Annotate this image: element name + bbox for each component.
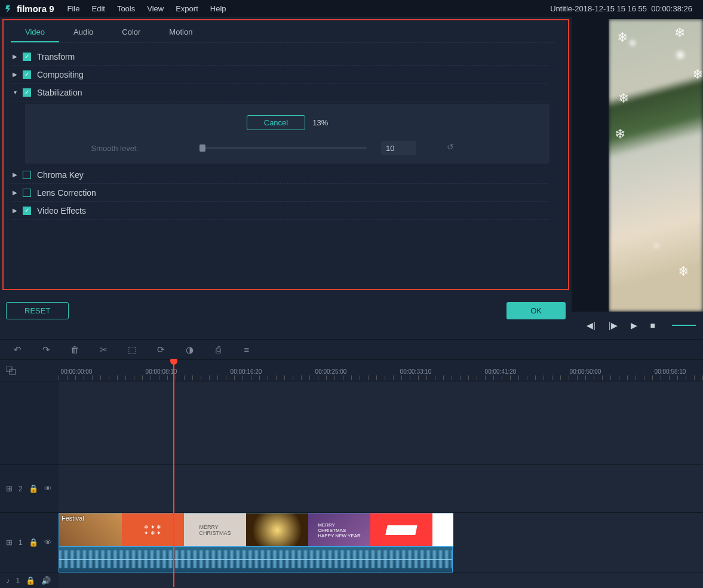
smooth-slider[interactable]	[199, 147, 367, 149]
stop-icon[interactable]: ■	[650, 321, 655, 330]
menu-edit[interactable]: Edit	[85, 4, 110, 13]
track-body[interactable]	[59, 381, 703, 464]
section-stabilization[interactable]: ▾ ✓ Stabilization	[11, 84, 548, 101]
sections: ▶ ✓ Transform ▶ ✓ Compositing ▾ ✓ Stabil…	[11, 48, 550, 220]
project-title: Untitle-2018-12-15 15 16 55 00:00:38:26	[550, 4, 692, 13]
section-compositing[interactable]: ▶ ✓ Compositing	[11, 66, 548, 84]
crop-icon[interactable]: ⬚	[127, 344, 137, 355]
track-head-v1: ⊞ 1 🔒 👁	[0, 538, 59, 547]
checkbox-chroma[interactable]	[23, 171, 31, 179]
next-frame-icon[interactable]: |▶	[609, 321, 618, 330]
track-head-v2: ⊞ 2 🔒 👁	[0, 465, 59, 512]
speaker-icon[interactable]: 🔊	[41, 576, 51, 585]
adjust-icon[interactable]: ≡	[241, 344, 252, 355]
section-transform[interactable]: ▶ ✓ Transform	[11, 48, 548, 66]
chevron-right-icon[interactable]: ▶	[11, 189, 19, 196]
snowflake-icon: ❄	[615, 127, 625, 142]
ruler-ticks	[59, 375, 703, 380]
slider-thumb[interactable]	[199, 144, 205, 152]
chevron-right-icon[interactable]: ▶	[11, 207, 19, 214]
property-tabs: Video Audio Color Motion	[11, 23, 554, 43]
panel-buttons: RESET OK	[2, 290, 569, 319]
section-label: Stabilization	[37, 88, 82, 97]
tab-audio[interactable]: Audio	[59, 23, 108, 42]
track-number: 1	[16, 577, 20, 585]
chevron-right-icon[interactable]: ▶	[11, 171, 19, 178]
progress-text: 13%	[312, 118, 328, 127]
prev-frame-icon[interactable]: ◀|	[587, 321, 595, 330]
section-lens-correction[interactable]: ▶ Lens Correction	[11, 184, 548, 202]
eye-icon[interactable]: 👁	[44, 538, 52, 547]
tab-video[interactable]: Video	[11, 23, 59, 42]
audio-waveform[interactable]	[59, 546, 453, 572]
lock-icon[interactable]: 🔒	[26, 576, 35, 585]
video-track-icon: ⊞	[6, 538, 13, 547]
brand-text: filmora 9	[17, 4, 54, 14]
track-body[interactable]: Festival ❄ ✦ ❄✦ ❄ ✦ MERRYCHRISTMAS MERRY…	[59, 513, 703, 572]
reset-button[interactable]: RESET	[6, 302, 69, 319]
volume-slider[interactable]	[672, 325, 696, 326]
ok-button[interactable]: OK	[506, 302, 566, 319]
ruler-row: 00:00:00:00 00:00:08:10 00:00:16:20 00:0…	[0, 359, 703, 381]
section-video-effects[interactable]: ▶ ✓ Video Effects	[11, 202, 548, 220]
menubar: filmora 9 File Edit Tools View Export He…	[0, 0, 703, 17]
ruler-label: 00:00:58:10	[655, 368, 686, 375]
clip-label: Festival	[62, 515, 84, 522]
play-icon[interactable]: ▶	[631, 321, 637, 330]
section-label: Transform	[37, 52, 75, 61]
ruler-label: 00:00:25:00	[315, 368, 347, 375]
undo-icon[interactable]: ↶	[12, 344, 23, 355]
eye-icon[interactable]: 👁	[44, 484, 52, 493]
video-clip[interactable]: Festival ❄ ✦ ❄✦ ❄ ✦ MERRYCHRISTMAS MERRY…	[59, 513, 453, 546]
reset-icon[interactable]: ↺	[447, 142, 459, 154]
menu-file[interactable]: File	[62, 4, 86, 13]
preview-viewport[interactable]: ❄ ❄ ❄ ❄ ❄ ❄	[609, 19, 703, 312]
preview-controls: ◀| |▶ ▶ ■	[572, 312, 703, 339]
snowflake-icon: ❄	[617, 30, 628, 45]
smooth-value-input[interactable]	[381, 141, 416, 155]
speed-icon[interactable]: ⟳	[155, 344, 166, 355]
properties-panel: Video Audio Color Motion ▶ ✓ Transform ▶…	[0, 17, 572, 339]
audio-track-icon: ♪	[6, 576, 10, 585]
delete-icon[interactable]: 🗑	[69, 344, 80, 355]
checkbox-transform[interactable]: ✓	[23, 53, 31, 61]
chevron-right-icon[interactable]: ▶	[11, 71, 19, 78]
ruler-label: 00:00:16:20	[231, 368, 262, 375]
menu-export[interactable]: Export	[170, 4, 204, 13]
tab-color[interactable]: Color	[108, 23, 155, 42]
checkbox-stabilization[interactable]: ✓	[23, 88, 31, 97]
cancel-button[interactable]: Cancel	[247, 115, 305, 130]
section-chroma-key[interactable]: ▶ Chroma Key	[11, 166, 548, 184]
track-manager-icon[interactable]	[0, 367, 59, 375]
menu-help[interactable]: Help	[204, 4, 232, 13]
app-logo: filmora 9	[5, 4, 54, 14]
checkbox-effects[interactable]: ✓	[23, 207, 31, 215]
lock-icon[interactable]: 🔒	[29, 484, 38, 493]
split-icon[interactable]: ✂	[98, 344, 109, 355]
snapshot-icon[interactable]: ⎙	[213, 344, 223, 355]
ruler-label: 00:00:08:10	[146, 368, 177, 375]
snowflake-icon: ❄	[618, 91, 629, 106]
filmora-icon	[5, 4, 14, 13]
snowflake-icon: ❄	[674, 25, 685, 41]
checkbox-compositing[interactable]: ✓	[23, 70, 31, 79]
svg-rect-0	[6, 367, 12, 371]
track-body[interactable]	[59, 572, 703, 588]
menu-tools[interactable]: Tools	[111, 4, 141, 13]
menu-view[interactable]: View	[141, 4, 170, 13]
ruler-label: 00:00:33:10	[400, 368, 432, 375]
chevron-right-icon[interactable]: ▶	[11, 53, 19, 60]
lock-icon[interactable]: 🔒	[29, 538, 38, 547]
chevron-down-icon[interactable]: ▾	[11, 89, 19, 96]
track-body[interactable]	[59, 465, 703, 512]
redo-icon[interactable]: ↷	[41, 344, 51, 355]
tab-motion[interactable]: Motion	[155, 23, 207, 42]
track-head-a1: ♪ 1 🔒 🔊	[0, 572, 59, 588]
color-icon[interactable]: ◑	[184, 344, 195, 355]
checkbox-lens[interactable]	[23, 189, 31, 197]
ruler-label: 00:00:41:20	[485, 368, 517, 375]
playhead[interactable]	[173, 360, 174, 587]
time-ruler[interactable]: 00:00:00:00 00:00:08:10 00:00:16:20 00:0…	[59, 360, 703, 381]
video-track-2: ⊞ 2 🔒 👁	[0, 464, 703, 512]
ruler-label: 00:00:50:00	[570, 368, 601, 375]
